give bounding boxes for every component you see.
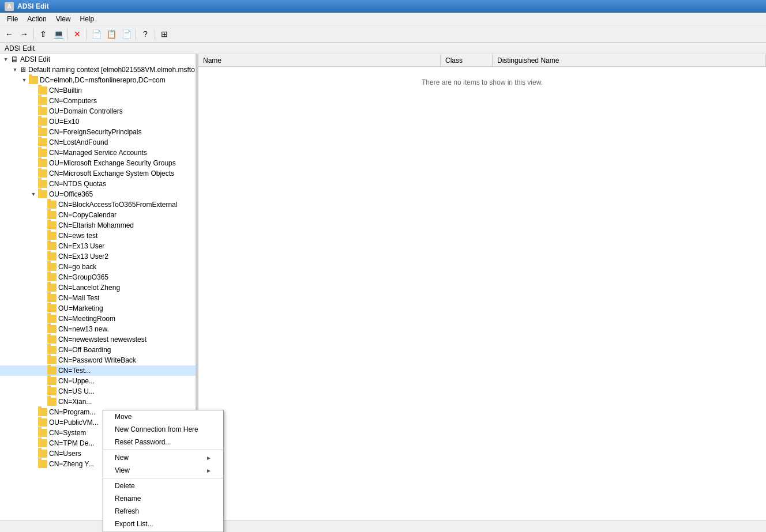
tree-label-xian: CN=Xian... [58,398,92,406]
context-menu-rename[interactable]: Rename [103,492,223,505]
context-menu-delete[interactable]: Delete [103,480,223,492]
context-menu-move[interactable]: Move [103,410,223,423]
properties-button[interactable]: 📄 [89,27,103,41]
tree-item-ex13user[interactable]: CN=Ex13 User [0,241,196,251]
tree-item-ewstest[interactable]: CN=ews test [0,231,196,241]
tree-item-meetingroom[interactable]: CN=MeetingRoom [0,314,196,324]
tree-item-password[interactable]: CN=Password WriteBack [0,355,196,365]
tree-label-ntds: CN=NTDS Quotas [49,180,106,188]
breadcrumb: ADSI Edit [0,43,766,54]
tree-item-usu[interactable]: CN=US U... [0,386,196,397]
folder-icon-ex13u2 [47,252,57,261]
tree-item-offboarding[interactable]: CN=Off Boarding [0,345,196,355]
col-header-name[interactable]: Name [198,54,441,66]
col-header-name-label: Name [203,56,221,65]
tree-item-foreignsec[interactable]: CN=ForeignSecurityPrincipals [0,127,196,137]
tree-item-ntds[interactable]: CN=NTDS Quotas [0,179,196,189]
tree-item-mailtest[interactable]: CN=Mail Test [0,293,196,303]
tree-item-builtin[interactable]: ► CN=Builtin [0,85,196,96]
tree-item-meso[interactable]: CN=Microsoft Exchange System Objects [0,168,196,179]
right-pane: Name Class Distinguished Name There are … [198,54,766,532]
folder-icon-builtin [38,86,47,95]
paste-button[interactable]: 📄 [119,27,133,41]
tree-label-msa: CN=Managed Service Accounts [49,149,147,157]
folder-icon-office365 [38,190,47,198]
context-menu-view[interactable]: View ► [103,464,223,477]
tree-label-meso: CN=Microsoft Exchange System Objects [49,169,174,178]
context-menu-export-list[interactable]: Export List... [103,518,223,530]
tree-item-lancelot[interactable]: CN=Lancelot Zheng [0,282,196,293]
tree-label-block: CN=BlockAccessToO365FromExternal [58,201,177,209]
tree-label-sys: CN=System [49,429,86,437]
folder-icon-zy [38,460,47,468]
folder-icon-pvm [38,418,47,427]
tree-label-adsi: ADSI Edit [20,55,50,63]
tree-item-blockaccess[interactable]: CN=BlockAccessToO365FromExternal [0,199,196,210]
tree-item-eltarish[interactable]: CN=Eltarish Mohammed [0,220,196,231]
tree-label-prog: CN=Program... [49,408,95,416]
tree-label-elt: CN=Eltarish Mohammed [58,221,134,229]
context-menu-new-connection[interactable]: New Connection from Here [103,423,223,436]
folder-icon-test [47,367,57,375]
folder-icon-uppe [47,377,57,385]
toolbar-separator-4 [136,28,136,40]
tree-label-default: Default naming context [elmoh021558VM.el… [28,66,195,74]
menu-help[interactable]: Help [76,14,99,24]
col-header-class[interactable]: Class [441,54,493,66]
help-button[interactable]: ? [138,27,152,41]
tree-label-domaincontrollers: OU=Domain Controllers [49,107,123,115]
menu-action[interactable]: Action [22,14,51,24]
mmc-button[interactable]: ⊞ [157,27,171,41]
computer-button[interactable]: 💻 [51,27,65,41]
forward-button[interactable]: → [17,27,31,41]
col-header-dn-label: Distinguished Name [497,56,559,65]
tree-item-ex10[interactable]: OU=Ex10 [0,116,196,127]
tree-item-computers[interactable]: ► CN=Computers [0,96,196,106]
context-menu-reset-password[interactable]: Reset Password... [103,436,223,448]
tree-label-goback: CN=go back [58,263,96,271]
context-menu: Move New Connection from Here Reset Pass… [103,410,224,532]
context-menu-new[interactable]: New ► [103,451,223,464]
tree-item-new13[interactable]: CN=new13 new. [0,324,196,334]
tree-item-goback[interactable]: CN=go back [0,262,196,272]
copy-button[interactable]: 📋 [104,27,118,41]
folder-icon-cc [47,211,57,219]
submenu-arrow-new: ► [206,455,212,461]
folder-icon-laf [38,138,47,146]
expand-icon-2: ▼ [10,65,20,74]
folder-icon-mkt [47,304,57,312]
breadcrumb-text: ADSI Edit [5,44,35,52]
submenu-arrow-view: ► [206,467,212,474]
folder-icon-meso [38,169,47,178]
context-menu-refresh[interactable]: Refresh [103,505,223,518]
up-button[interactable]: ⇧ [36,27,50,41]
tree-label-mesg: OU=Microsoft Exchange Security Groups [49,159,176,167]
tree-item-uppe[interactable]: CN=Uppe... [0,376,196,386]
tree-item-domaincontrollers[interactable]: OU=Domain Controllers [0,106,196,116]
tree-item-msa[interactable]: CN=Managed Service Accounts [0,148,196,158]
menu-view[interactable]: View [51,14,76,24]
tree-item-lostandfound[interactable]: CN=LostAndFound [0,137,196,148]
tree-label-tpm: CN=TPM De... [49,439,94,447]
tree-label-off: CN=Off Boarding [58,346,111,354]
menu-file[interactable]: File [2,14,22,24]
tree-item-mesg[interactable]: OU=Microsoft Exchange Security Groups [0,158,196,168]
tree-item-marketing[interactable]: OU=Marketing [0,303,196,314]
tree-item-office365[interactable]: ▼ OU=Office365 [0,189,196,199]
tree-item-test[interactable]: CN=Test... [0,365,196,376]
toolbar-separator-3 [87,28,87,40]
tree-item-default-naming[interactable]: ▼ 🖥 Default naming context [elmoh021558V… [0,65,196,75]
tree-item-adsi-edit[interactable]: ▼ 🖥 ADSI Edit [0,54,196,65]
tree-item-dc[interactable]: ▼ DC=elmoh,DC=msftonlinerepro,DC=com [0,75,196,85]
folder-icon-users [38,450,47,458]
tree-label-newews: CN=newewstest newewstest [58,335,147,344]
delete-button[interactable]: ✕ [70,27,84,41]
tree-item-copycalendar[interactable]: CN=CopyCalendar [0,210,196,220]
tree-item-newewstest[interactable]: CN=newewstest newewstest [0,334,196,345]
tree-label-ex13: CN=Ex13 User [58,242,104,250]
tree-item-xian[interactable]: CN=Xian... [0,397,196,407]
tree-item-groupo365[interactable]: CN=GroupO365 [0,272,196,282]
tree-item-ex13user2[interactable]: CN=Ex13 User2 [0,251,196,262]
back-button[interactable]: ← [2,27,16,41]
col-header-dn[interactable]: Distinguished Name [493,54,766,66]
